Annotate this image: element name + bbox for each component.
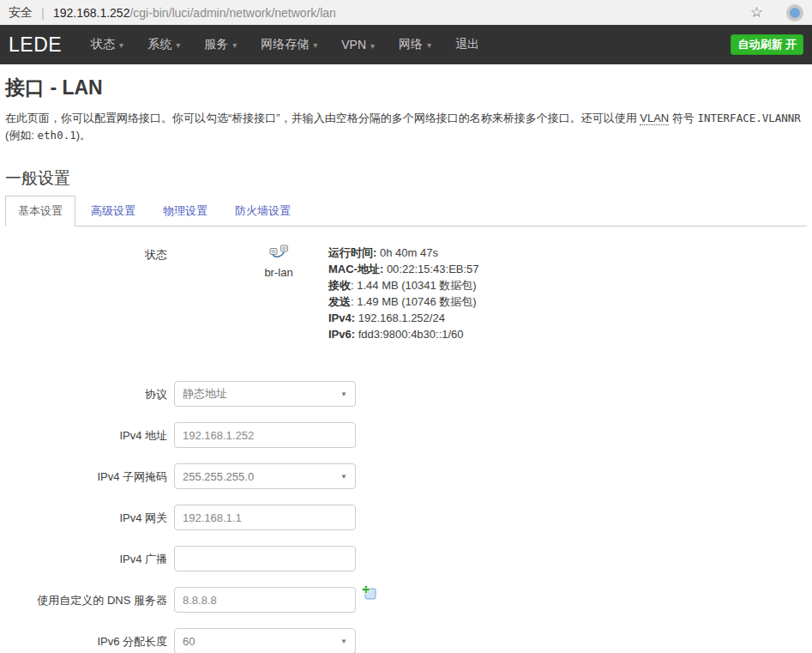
status-label: 状态 <box>5 245 174 342</box>
status-line-tx: 发送: 1.49 MB (10746 数据包) <box>328 293 479 310</box>
bookmark-star-icon[interactable]: ☆ <box>750 5 763 20</box>
chevron-down-icon: ▾ <box>176 40 180 50</box>
ipv4-gateway-row: IPv4 网关 <box>5 505 807 530</box>
section-title: 一般设置 <box>5 167 807 190</box>
status-line-ipv6: IPv6: fdd3:9800:4b30::1/60 <box>328 326 479 342</box>
brand-logo[interactable]: LEDE <box>9 33 62 57</box>
protocol-label: 协议 <box>5 381 174 407</box>
ipv4-address-input[interactable] <box>174 422 356 448</box>
ipv4-broadcast-input[interactable] <box>174 546 356 571</box>
status-line-uptime: 运行时间: 0h 40m 47s <box>328 245 479 261</box>
site-security-label[interactable]: 安全 <box>9 5 33 21</box>
ipv4-broadcast-label: IPv4 广播 <box>5 546 174 571</box>
chevron-down-icon: ▾ <box>119 40 123 50</box>
custom-dns-label: 使用自定义的 DNS 服务器 <box>5 587 174 613</box>
device-block: br-lan <box>253 245 304 342</box>
nav-item-system[interactable]: 系统▾ <box>135 37 192 52</box>
ipv4-broadcast-row: IPv4 广播 <box>5 546 807 571</box>
custom-dns-row: 使用自定义的 DNS 服务器 <box>5 587 807 613</box>
url-separator: | <box>41 5 45 20</box>
custom-dns-input[interactable] <box>174 587 356 613</box>
device-name: br-lan <box>253 266 304 279</box>
ipv4-gateway-input[interactable] <box>174 505 356 530</box>
ipv6-assign-select[interactable]: 60 ▼ <box>174 628 356 653</box>
tab-advanced-settings[interactable]: 高级设置 <box>79 197 147 226</box>
ipv4-gateway-label: IPv4 网关 <box>5 505 174 530</box>
status-line-rx: 接收: 1.44 MB (10341 数据包) <box>328 277 479 293</box>
status-line-ipv4: IPv4: 192.168.1.252/24 <box>328 310 479 326</box>
ipv4-netmask-select[interactable]: 255.255.255.0 ▼ <box>174 463 356 489</box>
chevron-down-icon: ▾ <box>370 41 375 51</box>
tab-firewall-settings[interactable]: 防火墙设置 <box>223 197 303 226</box>
url-path: /cgi-bin/luci/admin/network/network/lan <box>129 6 335 20</box>
chevron-down-icon: ▾ <box>427 40 431 50</box>
nav-item-network[interactable]: 网络▾ <box>387 37 443 52</box>
chevron-down-icon: ▾ <box>313 40 317 50</box>
url-host: 192.168.1.252 <box>53 6 130 20</box>
vlan-abbr: VLAN <box>640 112 669 125</box>
bridge-icon <box>269 249 289 262</box>
protocol-row: 协议 静态地址 ▼ <box>5 381 807 407</box>
page-content: 接口 - LAN 在此页面，你可以配置网络接口。你可以勾选“桥接接口”，并输入由… <box>0 64 812 653</box>
add-entry-icon[interactable] <box>361 585 376 602</box>
browser-address-bar: 安全 | 192.168.1.252/cgi-bin/luci/admin/ne… <box>0 0 812 25</box>
select-arrow-icon: ▼ <box>340 473 347 481</box>
chevron-down-icon: ▾ <box>232 40 237 50</box>
nav-item-services[interactable]: 服务▾ <box>192 37 249 52</box>
url-field[interactable]: 192.168.1.252/cgi-bin/luci/admin/network… <box>53 6 336 20</box>
ipv4-address-row: IPv4 地址 <box>5 422 807 448</box>
nav-item-logout[interactable]: 退出 <box>443 37 491 52</box>
status-details: 运行时间: 0h 40m 47s MAC-地址: 00:22:15:43:EB:… <box>328 245 479 342</box>
ipv6-assign-label: IPv6 分配长度 <box>5 628 174 653</box>
ipv4-netmask-row: IPv4 子网掩码 255.255.255.0 ▼ <box>5 463 807 489</box>
settings-tabs: 基本设置 高级设置 物理设置 防火墙设置 <box>5 196 807 227</box>
profile-avatar[interactable] <box>786 4 803 21</box>
auto-refresh-toggle[interactable]: 自动刷新 开 <box>731 34 803 55</box>
status-row: 状态 br-lan 运行时间: 0h 40m <box>5 245 807 342</box>
status-line-mac: MAC-地址: 00:22:15:43:EB:57 <box>328 261 479 277</box>
nav-item-status[interactable]: 状态▾ <box>79 37 135 52</box>
page-title: 接口 - LAN <box>5 75 807 101</box>
tab-general-settings[interactable]: 基本设置 <box>5 196 75 227</box>
ipv6-assign-row: IPv6 分配长度 60 ▼ ? 给每个公共 IPv6 前缀分配指定长度的固定部… <box>5 628 807 653</box>
ipv4-address-label: IPv4 地址 <box>5 422 174 448</box>
page-description: 在此页面，你可以配置网络接口。你可以勾选“桥接接口”，并输入由空格分隔的多个网络… <box>5 110 807 144</box>
protocol-select[interactable]: 静态地址 ▼ <box>174 381 356 407</box>
ipv4-netmask-label: IPv4 子网掩码 <box>5 463 174 489</box>
navbar: LEDE 状态▾ 系统▾ 服务▾ 网络存储▾ VPN▾ 网络▾ 退出 自动刷新 … <box>0 25 812 64</box>
interface-form: 状态 br-lan 运行时间: 0h 40m <box>5 227 807 653</box>
nav-item-nas[interactable]: 网络存储▾ <box>249 37 329 52</box>
nav-item-vpn[interactable]: VPN▾ <box>329 38 387 51</box>
select-arrow-icon: ▼ <box>340 638 347 645</box>
select-arrow-icon: ▼ <box>340 390 347 398</box>
tab-physical-settings[interactable]: 物理设置 <box>151 197 220 226</box>
